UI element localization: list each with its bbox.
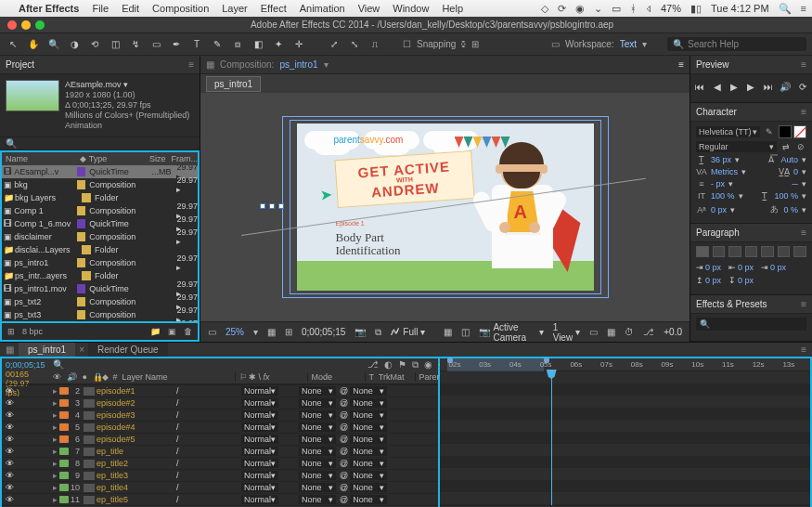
align-right-icon[interactable]: [728, 246, 741, 257]
pickwhip-icon[interactable]: @: [340, 459, 348, 468]
close-window-button[interactable]: [7, 20, 17, 30]
layer-name[interactable]: ep_title: [97, 447, 169, 456]
new-comp-icon[interactable]: ▣: [168, 327, 176, 336]
sync-icon[interactable]: ⟳: [558, 3, 566, 15]
panel-menu-icon[interactable]: ≡: [801, 344, 806, 355]
justify-right-icon[interactable]: [778, 246, 791, 257]
pickwhip-icon[interactable]: @: [340, 386, 348, 396]
layer-switches[interactable]: /: [169, 422, 241, 432]
time-ruler[interactable]: 02s03s04s05s06s07s08s09s10s11s12s13s: [440, 358, 810, 371]
project-panel-title[interactable]: Project: [6, 59, 183, 70]
menu-animation[interactable]: Animation: [300, 3, 345, 14]
layer-name[interactable]: episode#1: [97, 386, 169, 396]
label-swatch[interactable]: [82, 271, 91, 280]
effects-title[interactable]: Effects & Presets: [696, 299, 795, 309]
twirly-icon[interactable]: ▸: [50, 495, 59, 504]
menu-composition[interactable]: Composition: [152, 3, 209, 14]
timeline-layer-row[interactable]: 👁▸5episode#4/Normal ▾None ▾@ None ▾: [2, 421, 438, 433]
transform-handle[interactable]: [269, 203, 275, 209]
project-row[interactable]: 🎞Comp 1_6.movQuickTime29.97 ▸: [2, 217, 198, 230]
layer-switches[interactable]: /: [169, 471, 241, 480]
blend-mode-dropdown[interactable]: Normal ▾: [241, 447, 278, 456]
timeline-layer-row[interactable]: 👁▸7ep_title/Normal ▾None ▾@ None ▾: [2, 445, 438, 457]
composition-viewer[interactable]: parentsavvy.com ➤ GET ACTIVE WITH ANDREW…: [200, 93, 690, 321]
camera-dropdown[interactable]: 📷 Active Camera ▾: [479, 322, 543, 343]
layer-switches[interactable]: /: [169, 495, 241, 504]
snapshot-icon[interactable]: 📷: [354, 327, 366, 337]
label-swatch[interactable]: [77, 219, 85, 228]
vscale-value[interactable]: 100 %: [711, 191, 735, 201]
track-matte-dropdown[interactable]: None ▾: [299, 447, 336, 456]
motion-blur-icon[interactable]: ◉: [424, 359, 432, 370]
snapping-toggle[interactable]: ☐ Snapping ⧲ ⊞: [403, 39, 479, 49]
pickwhip-icon[interactable]: @: [340, 495, 348, 504]
parent-dropdown[interactable]: None ▾: [350, 422, 387, 432]
align-left-icon[interactable]: [696, 246, 709, 257]
panel-menu-icon[interactable]: ≡: [801, 228, 806, 238]
snap-grid-icon[interactable]: ⊞: [471, 39, 479, 49]
panel-menu-icon[interactable]: ≡: [801, 299, 806, 309]
pickwhip-icon[interactable]: @: [340, 435, 348, 444]
comp-mini-flow-icon[interactable]: ⎇: [367, 359, 379, 370]
label-swatch[interactable]: [77, 167, 85, 176]
font-style-dropdown[interactable]: Regular▾: [696, 141, 777, 152]
puppet-tool-icon[interactable]: ✛: [291, 37, 306, 52]
comp-name[interactable]: ps_intro1: [279, 59, 317, 70]
blend-mode-dropdown[interactable]: Normal ▾: [241, 471, 278, 480]
blend-mode-dropdown[interactable]: Normal ▾: [241, 398, 278, 408]
panel-menu-icon[interactable]: ≡: [678, 59, 684, 70]
eyedropper-icon[interactable]: ✎: [764, 127, 775, 136]
new-folder-icon[interactable]: 📁: [150, 327, 161, 336]
bit-depth-button[interactable]: 8 bpc: [22, 327, 43, 336]
pixel-aspect-icon[interactable]: ▭: [589, 327, 598, 337]
minimize-window-button[interactable]: [21, 20, 31, 30]
project-row[interactable]: ▣ps_txt3Composition29.97 ▸: [2, 308, 198, 321]
layer-name[interactable]: ep_title2: [97, 459, 169, 468]
parent-dropdown[interactable]: None ▾: [350, 471, 387, 480]
mag-icon[interactable]: ▭: [208, 327, 216, 337]
timeline-layer-row[interactable]: 👁▸4episode#3/Normal ▾None ▾@ None ▾: [2, 409, 438, 421]
project-row[interactable]: 🎞AEsampl...vQuickTime...MB29.97 ▸: [2, 165, 198, 178]
leading-value[interactable]: Auto: [780, 155, 798, 164]
guides-icon[interactable]: ⊞: [285, 327, 292, 337]
character-title[interactable]: Character: [696, 107, 795, 117]
label-swatch[interactable]: [77, 258, 85, 267]
justify-all-icon[interactable]: [793, 246, 806, 257]
menu-layer[interactable]: Layer: [222, 3, 248, 14]
label-swatch[interactable]: [77, 206, 85, 215]
audio-icon[interactable]: 🔊: [780, 80, 791, 93]
layer-name[interactable]: ep_title5: [97, 495, 169, 504]
stroke-width-value[interactable]: - px: [711, 179, 725, 188]
next-frame-icon[interactable]: ▶: [745, 80, 756, 93]
fast-preview-icon[interactable]: ▦: [607, 327, 615, 337]
font-family-dropdown[interactable]: Helvetica (TT)▾: [696, 126, 760, 137]
blend-mode-dropdown[interactable]: Normal ▾: [241, 435, 278, 444]
zoom-window-button[interactable]: [35, 20, 45, 30]
timeline-layer-row[interactable]: 👁▸11ep_title5/Normal ▾None ▾@ None ▾: [2, 493, 438, 505]
transparency-icon[interactable]: ▦: [444, 327, 452, 337]
roto-tool-icon[interactable]: ✦: [271, 37, 286, 52]
twirly-icon[interactable]: ▸: [50, 386, 59, 396]
grid-icon[interactable]: ▦: [267, 327, 276, 337]
pickwhip-icon[interactable]: @: [340, 447, 348, 456]
dropdown-icon[interactable]: ⌄: [594, 3, 602, 15]
help-search-input[interactable]: 🔍 Search Help: [667, 37, 806, 51]
app-menu[interactable]: After Effects: [19, 3, 79, 14]
panel-grip-icon[interactable]: ▦: [6, 344, 15, 355]
pickwhip-icon[interactable]: @: [340, 410, 348, 420]
transform-handle[interactable]: [278, 203, 284, 209]
track-matte-dropdown[interactable]: None ▾: [299, 398, 336, 408]
twirly-icon[interactable]: ▸: [50, 422, 59, 432]
roi-icon[interactable]: ◫: [461, 327, 470, 337]
paragraph-title[interactable]: Paragraph: [696, 228, 795, 238]
frame-blend-icon[interactable]: ⧉: [412, 359, 419, 370]
search-icon[interactable]: 🔍: [53, 359, 64, 370]
label-swatch[interactable]: [77, 310, 85, 319]
col-name[interactable]: Name: [2, 154, 80, 163]
layer-switches[interactable]: /: [169, 435, 241, 444]
kerning-value[interactable]: Metrics: [711, 167, 738, 176]
col-framerate[interactable]: Fram...: [166, 154, 199, 163]
project-columns[interactable]: Name ◆ Type Size Fram...: [2, 152, 198, 165]
visibility-toggle[interactable]: 👁: [6, 447, 15, 456]
project-row[interactable]: ▣bkgComposition29.97 ▸: [2, 178, 198, 191]
